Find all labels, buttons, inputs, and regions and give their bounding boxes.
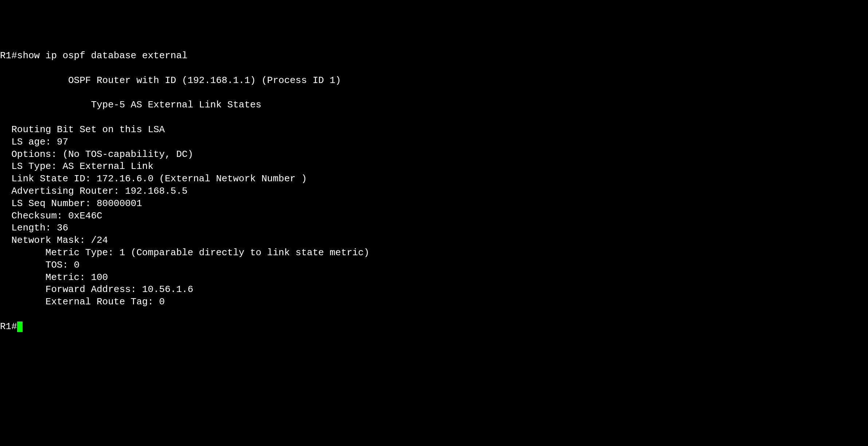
lsa-adv-router: Advertising Router: 192.168.5.5	[0, 185, 868, 198]
lsa-routing-bit: Routing Bit Set on this LSA	[0, 124, 868, 136]
section-header: Type-5 AS External Link States	[0, 99, 868, 111]
ospf-header: OSPF Router with ID (192.168.1.1) (Proce…	[0, 75, 868, 87]
lsa-ls-seq: LS Seq Number: 80000001	[0, 198, 868, 210]
lsa-network-mask: Network Mask: /24	[0, 234, 868, 247]
lsa-tos: TOS: 0	[0, 259, 868, 272]
prompt: R1#	[0, 50, 17, 61]
blank-line	[0, 308, 868, 321]
lsa-forward-address: Forward Address: 10.56.1.6	[0, 284, 868, 296]
command-text: show ip ospf database external	[17, 50, 188, 61]
lsa-metric: Metric: 100	[0, 272, 868, 284]
final-prompt: R1#	[0, 321, 17, 332]
lsa-ls-age: LS age: 97	[0, 136, 868, 149]
lsa-metric-type: Metric Type: 1 (Comparable directly to l…	[0, 247, 868, 259]
lsa-external-route-tag: External Route Tag: 0	[0, 296, 868, 308]
lsa-checksum: Checksum: 0xE46C	[0, 210, 868, 222]
cursor-icon	[17, 321, 23, 332]
command-line: R1#show ip ospf database external	[0, 50, 868, 62]
lsa-options: Options: (No TOS-capability, DC)	[0, 149, 868, 161]
final-prompt-line[interactable]: R1#	[0, 321, 868, 333]
terminal-output[interactable]: R1#show ip ospf database external OSPF R…	[0, 50, 868, 333]
blank-line	[0, 87, 868, 99]
blank-line	[0, 111, 868, 124]
lsa-length: Length: 36	[0, 222, 868, 234]
lsa-link-state-id: Link State ID: 172.16.6.0 (External Netw…	[0, 173, 868, 185]
lsa-ls-type: LS Type: AS External Link	[0, 161, 868, 173]
blank-line	[0, 62, 868, 75]
